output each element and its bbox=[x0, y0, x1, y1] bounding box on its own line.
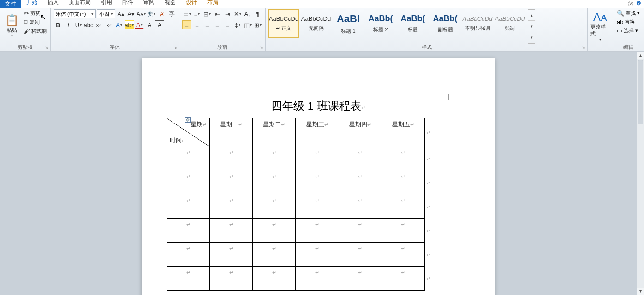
table-cell[interactable]: ↵ bbox=[167, 171, 210, 195]
scroll-up-button[interactable]: ▴ bbox=[637, 52, 644, 59]
table-cell[interactable]: ↵ bbox=[296, 147, 339, 171]
copy-button[interactable]: ⧉复制 bbox=[23, 18, 48, 26]
style-item-3[interactable]: AaBb(标题 2 bbox=[365, 9, 396, 38]
table-cell[interactable]: ↵ bbox=[296, 267, 339, 291]
distribute-button[interactable]: ≡ bbox=[223, 20, 232, 30]
styles-scroll-up[interactable]: ▴ bbox=[528, 10, 535, 21]
bold-button[interactable]: B bbox=[54, 20, 63, 30]
vertical-scrollbar[interactable]: ▴ ▾ bbox=[637, 52, 644, 295]
tab-insert[interactable]: 插入 bbox=[42, 0, 64, 8]
change-case-button[interactable]: Aa bbox=[137, 9, 146, 18]
table-cell[interactable]: ↵ bbox=[210, 147, 253, 171]
decrease-indent-button[interactable]: ⇤ bbox=[213, 9, 222, 18]
change-styles-button[interactable]: Aᴀ 更改样式▾ bbox=[590, 9, 610, 42]
align-right-button[interactable]: ≡ bbox=[203, 20, 212, 30]
table-cell[interactable]: ↵ bbox=[253, 171, 296, 195]
table-cell[interactable]: ↵ bbox=[167, 267, 210, 291]
font-name-combo[interactable]: 宋体 (中文正)▾ bbox=[54, 9, 96, 18]
tab-home[interactable]: 开始 bbox=[21, 0, 42, 8]
table-header-cell[interactable]: 星期二↵ bbox=[253, 118, 296, 147]
font-launcher[interactable]: ↘ bbox=[173, 45, 178, 50]
paste-button[interactable]: 📋 粘贴▾ bbox=[3, 9, 21, 42]
text-effects-button[interactable]: A bbox=[114, 20, 124, 30]
table-cell[interactable]: ↵ bbox=[167, 219, 210, 243]
styles-scroll[interactable]: ▴▾▾ bbox=[528, 9, 535, 44]
help-icon[interactable]: ❷ bbox=[636, 0, 641, 8]
styles-scroll-down[interactable]: ▾ bbox=[528, 21, 535, 32]
table-cell[interactable]: ↵ bbox=[253, 147, 296, 171]
style-item-1[interactable]: AaBbCcDd无间隔 bbox=[301, 9, 331, 38]
cut-button[interactable]: ✂剪切 bbox=[23, 9, 48, 17]
table-cell[interactable]: ↵ bbox=[210, 171, 253, 195]
subscript-button[interactable]: x2 bbox=[94, 20, 103, 30]
tab-table-layout[interactable]: 布局 bbox=[202, 0, 223, 8]
highlight-button[interactable]: ab bbox=[125, 20, 134, 30]
tab-file[interactable]: 文件 bbox=[0, 0, 21, 8]
superscript-button[interactable]: x2 bbox=[104, 20, 113, 30]
table-cell[interactable]: ↵ bbox=[339, 267, 382, 291]
bullets-button[interactable]: ☰ bbox=[182, 9, 191, 18]
table-cell[interactable]: ↵ bbox=[296, 171, 339, 195]
page[interactable]: 四年级 1 班课程表↵ ✥ 星期↵ 时间↵ 星期一↵星期二↵星期三↵星期四↵星期… bbox=[142, 58, 495, 295]
tab-table-design[interactable]: 设计 bbox=[181, 0, 202, 8]
strikethrough-button[interactable]: abc bbox=[84, 20, 93, 30]
style-item-4[interactable]: AaBb(标题 bbox=[398, 9, 428, 38]
tab-view[interactable]: 视图 bbox=[160, 0, 181, 8]
table-cell[interactable]: ↵ bbox=[339, 147, 382, 171]
clear-formatting-button[interactable]: A̷ bbox=[157, 9, 166, 18]
table-header-cell[interactable]: 星期三↵ bbox=[296, 118, 339, 147]
table-cell[interactable]: ↵ bbox=[339, 243, 382, 267]
replace-button[interactable]: ab替换 bbox=[616, 18, 636, 26]
table-cell[interactable]: ↵ bbox=[253, 195, 296, 219]
table-cell[interactable]: ↵↵ bbox=[382, 171, 424, 195]
table-cell[interactable]: ↵ bbox=[253, 243, 296, 267]
sort-button[interactable]: A↓ bbox=[243, 9, 252, 18]
schedule-table[interactable]: 星期↵ 时间↵ 星期一↵星期二↵星期三↵星期四↵星期五↵↵ ↵↵↵↵↵↵↵↵↵↵… bbox=[167, 118, 425, 291]
tab-page-layout[interactable]: 页面布局 bbox=[64, 0, 96, 8]
find-button[interactable]: 🔍查找 ▾ bbox=[616, 9, 641, 17]
styles-launcher[interactable]: ↘ bbox=[581, 45, 586, 50]
line-spacing-button[interactable]: ‡ bbox=[233, 20, 242, 30]
style-item-2[interactable]: AaBl标题 1 bbox=[333, 9, 364, 38]
document-title[interactable]: 四年级 1 班课程表↵ bbox=[167, 99, 470, 113]
align-center-button[interactable]: ≡ bbox=[192, 20, 202, 30]
format-painter-button[interactable]: 🖌格式刷 bbox=[23, 27, 48, 35]
table-cell[interactable]: ↵ bbox=[296, 195, 339, 219]
multilevel-list-button[interactable]: ⊟ bbox=[203, 9, 212, 18]
table-cell[interactable]: ↵ bbox=[296, 243, 339, 267]
show-marks-button[interactable]: ¶ bbox=[253, 9, 262, 18]
phonetic-guide-button[interactable]: 变 bbox=[147, 9, 156, 18]
table-cell[interactable]: ↵ bbox=[253, 219, 296, 243]
table-cell[interactable]: ↵ bbox=[167, 195, 210, 219]
table-cell[interactable]: ↵ bbox=[339, 195, 382, 219]
italic-button[interactable]: I bbox=[64, 20, 73, 30]
style-item-7[interactable]: AaBbCcDd强调 bbox=[495, 9, 525, 38]
table-cell[interactable]: ↵ bbox=[296, 219, 339, 243]
table-cell[interactable]: ↵↵ bbox=[382, 219, 424, 243]
table-cell[interactable]: ↵ bbox=[210, 243, 253, 267]
table-header-cell[interactable]: 星期四↵ bbox=[339, 118, 382, 147]
tab-review[interactable]: 审阅 bbox=[138, 0, 160, 8]
table-header-diagonal-cell[interactable]: 星期↵ 时间↵ bbox=[167, 118, 210, 147]
tab-mailings[interactable]: 邮件 bbox=[117, 0, 138, 8]
styles-expand[interactable]: ▾ bbox=[528, 32, 535, 43]
table-cell[interactable]: ↵↵ bbox=[382, 147, 424, 171]
table-header-cell[interactable]: 星期一↵ bbox=[210, 118, 253, 147]
minimize-ribbon-icon[interactable]: ⓥ bbox=[628, 0, 633, 8]
table-cell[interactable]: ↵ bbox=[210, 219, 253, 243]
numbering-button[interactable]: ≡ bbox=[192, 9, 202, 18]
shrink-font-button[interactable]: A▾ bbox=[126, 9, 136, 18]
shading-button[interactable]: ◫ bbox=[243, 20, 252, 30]
table-cell[interactable]: ↵ bbox=[210, 267, 253, 291]
style-item-6[interactable]: AaBbCcDd不明显强调 bbox=[462, 9, 493, 38]
table-cell[interactable]: ↵↵ bbox=[382, 267, 424, 291]
table-cell[interactable]: ↵ bbox=[339, 219, 382, 243]
select-button[interactable]: ▭选择 ▾ bbox=[616, 27, 639, 35]
style-item-0[interactable]: AaBbCcDd↵ 正文 bbox=[268, 9, 299, 38]
table-cell[interactable]: ↵ bbox=[167, 243, 210, 267]
table-cell[interactable]: ↵ bbox=[167, 147, 210, 171]
increase-indent-button[interactable]: ⇥ bbox=[223, 9, 232, 18]
char-border-button[interactable]: A bbox=[155, 20, 164, 30]
enclose-characters-button[interactable]: 字 bbox=[167, 9, 176, 18]
scroll-down-button[interactable]: ▾ bbox=[637, 288, 644, 295]
